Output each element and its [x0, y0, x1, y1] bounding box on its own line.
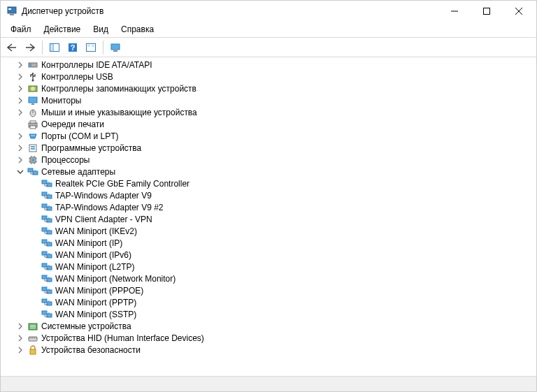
tree-category[interactable]: Контроллеры IDE ATA/ATAPI [2, 59, 535, 71]
tree-device-label: WAN Miniport (IPv6) [55, 250, 131, 260]
chevron-right-icon[interactable] [15, 59, 26, 71]
svg-rect-114 [29, 337, 37, 341]
svg-rect-1 [10, 14, 14, 15]
tree-category[interactable]: Системные устройства [2, 320, 535, 332]
tree-category[interactable]: Мыши и иные указывающие устройства [2, 106, 535, 118]
tree-category[interactable]: Сетевые адаптеры [2, 166, 535, 177]
network-icon [41, 285, 52, 296]
tree-view[interactable]: Контроллеры IDE ATA/ATAPIКонтроллеры USB… [1, 57, 536, 376]
tree-category[interactable]: Устройства безопасности [2, 344, 535, 356]
help-button[interactable]: ? [64, 40, 81, 55]
svg-rect-2 [8, 8, 11, 10]
menu-file[interactable]: Файл [5, 23, 37, 36]
tree-category-label: Контроллеры IDE ATA/ATAPI [41, 60, 152, 70]
tree-category-label: Контроллеры USB [41, 72, 113, 82]
tree-category[interactable]: Контроллеры USB [2, 71, 535, 82]
network-icon [41, 261, 52, 273]
system-icon [27, 321, 38, 332]
tree-category[interactable]: Мониторы [2, 94, 535, 106]
scan-hardware-button[interactable] [83, 40, 99, 55]
tree-device[interactable]: WAN Miniport (IKEv2) [2, 225, 535, 237]
chevron-right-icon[interactable] [15, 107, 26, 118]
svg-rect-112 [30, 326, 36, 327]
svg-rect-85 [42, 263, 47, 267]
chevron-right-icon[interactable] [15, 131, 26, 142]
tree-device[interactable]: TAP-Windows Adapter V9 #2 [2, 201, 535, 213]
svg-rect-95 [42, 287, 47, 291]
svg-rect-45 [28, 168, 33, 172]
svg-rect-55 [42, 192, 47, 196]
tree-category[interactable]: Очереди печати [2, 118, 535, 130]
chevron-right-icon[interactable] [15, 154, 26, 166]
svg-rect-115 [29, 337, 31, 339]
network-icon [27, 166, 38, 177]
tree-device[interactable]: WAN Miniport (L2TP) [2, 261, 535, 273]
tree-category[interactable]: Контроллеры запоминающих устройств [2, 82, 535, 94]
svg-rect-75 [42, 240, 47, 243]
tree-device[interactable]: WAN Miniport (Network Monitor) [2, 273, 535, 284]
tree-device[interactable]: Realtek PCIe GbE Family Controller [2, 177, 535, 189]
svg-rect-34 [31, 148, 35, 150]
svg-point-29 [31, 135, 31, 136]
tree-category-label: Устройства безопасности [41, 345, 141, 355]
svg-rect-27 [30, 121, 36, 123]
titlebar: Диспетчер устройств [1, 1, 536, 22]
chevron-right-icon[interactable] [15, 119, 26, 130]
menu-view[interactable]: Вид [87, 23, 114, 36]
tree-category[interactable]: Порты (COM и LPT) [2, 130, 535, 142]
network-icon [41, 273, 52, 284]
computer-icon-button[interactable] [107, 40, 124, 55]
window-controls [438, 1, 535, 22]
chevron-down-icon[interactable] [15, 166, 26, 177]
software-icon [27, 143, 38, 154]
svg-rect-33 [31, 146, 35, 147]
svg-rect-16 [113, 50, 117, 52]
svg-rect-0 [8, 7, 16, 13]
tree-device-label: WAN Miniport (Network Monitor) [55, 274, 176, 284]
tree-category-label: Мыши и иные указывающие устройства [41, 108, 197, 117]
tree-device[interactable]: WAN Miniport (PPTP) [2, 296, 535, 308]
svg-rect-4 [484, 8, 490, 15]
show-hide-console-tree-button[interactable] [46, 40, 63, 55]
close-button[interactable] [503, 1, 535, 22]
tree-device[interactable]: TAP-Windows Adapter V9 [2, 189, 535, 201]
app-icon [6, 6, 17, 17]
forward-button[interactable] [22, 40, 38, 55]
tree-device[interactable]: VPN Client Adapter - VPN [2, 213, 535, 225]
tree-category[interactable]: Процессоры [2, 154, 535, 166]
svg-rect-105 [42, 311, 47, 314]
svg-rect-118 [36, 337, 37, 339]
menu-action[interactable]: Действие [38, 23, 87, 36]
tree-category[interactable]: Программные устройства [2, 142, 535, 154]
svg-rect-9 [50, 44, 53, 51]
network-icon [41, 190, 52, 201]
chevron-right-icon[interactable] [15, 321, 26, 332]
tree-device[interactable]: WAN Miniport (IP) [2, 237, 535, 249]
chevron-right-icon[interactable] [15, 95, 26, 106]
back-button[interactable] [3, 40, 20, 55]
tree-device[interactable]: WAN Miniport (PPPOE) [2, 284, 535, 296]
maximize-button[interactable] [471, 1, 503, 22]
svg-rect-116 [31, 337, 33, 339]
chevron-right-icon[interactable] [15, 344, 26, 356]
toolbar-separator [42, 41, 43, 55]
chevron-right-icon[interactable] [15, 143, 26, 154]
menu-help[interactable]: Справка [115, 23, 159, 36]
chevron-right-icon[interactable] [15, 333, 26, 344]
tree-device[interactable]: WAN Miniport (IPv6) [2, 249, 535, 261]
svg-rect-113 [30, 328, 36, 328]
network-icon [41, 214, 52, 225]
hid-icon [27, 333, 38, 344]
tree-device-label: WAN Miniport (L2TP) [55, 262, 135, 272]
chevron-right-icon[interactable] [15, 71, 26, 82]
chevron-right-icon[interactable] [15, 83, 26, 94]
tree-category-label: Системные устройства [41, 321, 131, 331]
tree-category-label: Устройства HID (Human Interface Devices) [41, 333, 204, 343]
tree-category[interactable]: Устройства HID (Human Interface Devices) [2, 332, 535, 344]
tree-device[interactable]: WAN Miniport (SSTP) [2, 308, 535, 320]
minimize-button[interactable] [438, 1, 471, 22]
toolbar: ? [1, 38, 536, 57]
network-icon [41, 202, 52, 213]
tree-device-label: TAP-Windows Adapter V9 [55, 191, 152, 201]
svg-point-21 [31, 87, 35, 91]
